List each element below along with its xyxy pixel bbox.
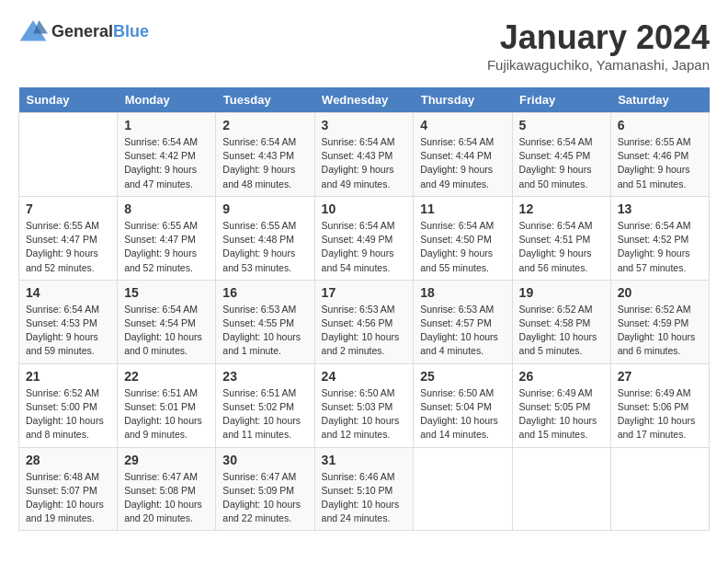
day-info: Sunrise: 6:48 AM Sunset: 5:07 PM Dayligh… <box>26 470 110 526</box>
day-info: Sunrise: 6:53 AM Sunset: 4:55 PM Dayligh… <box>222 303 307 359</box>
location-subtitle: Fujikawaguchiko, Yamanashi, Japan <box>487 57 710 73</box>
day-info: Sunrise: 6:54 AM Sunset: 4:54 PM Dayligh… <box>124 303 209 359</box>
day-info: Sunrise: 6:51 AM Sunset: 5:02 PM Dayligh… <box>222 386 307 442</box>
day-info: Sunrise: 6:50 AM Sunset: 5:03 PM Dayligh… <box>322 386 407 442</box>
day-number: 23 <box>222 369 307 384</box>
header-day-thursday: Thursday <box>414 87 512 113</box>
header-day-tuesday: Tuesday <box>216 87 314 113</box>
day-number: 30 <box>222 453 307 467</box>
header-day-wednesday: Wednesday <box>314 87 414 113</box>
calendar-cell <box>414 447 512 531</box>
logo-text-blue: Blue <box>113 22 149 40</box>
day-info: Sunrise: 6:54 AM Sunset: 4:52 PM Dayligh… <box>618 219 702 275</box>
calendar-cell: 28Sunrise: 6:48 AM Sunset: 5:07 PM Dayli… <box>19 447 118 531</box>
day-number: 24 <box>322 369 407 384</box>
calendar-week-5: 28Sunrise: 6:48 AM Sunset: 5:07 PM Dayli… <box>19 447 710 531</box>
calendar-cell: 9Sunrise: 6:55 AM Sunset: 4:48 PM Daylig… <box>216 196 314 280</box>
calendar-week-4: 21Sunrise: 6:52 AM Sunset: 5:00 PM Dayli… <box>19 363 710 447</box>
day-info: Sunrise: 6:54 AM Sunset: 4:53 PM Dayligh… <box>26 303 110 359</box>
day-info: Sunrise: 6:52 AM Sunset: 5:00 PM Dayligh… <box>26 386 110 442</box>
day-info: Sunrise: 6:47 AM Sunset: 5:08 PM Dayligh… <box>124 470 209 526</box>
header-day-sunday: Sunday <box>19 87 118 113</box>
calendar-cell: 4Sunrise: 6:54 AM Sunset: 4:44 PM Daylig… <box>414 113 512 197</box>
day-number: 22 <box>124 369 209 384</box>
day-info: Sunrise: 6:54 AM Sunset: 4:49 PM Dayligh… <box>322 219 407 275</box>
day-number: 3 <box>322 118 407 132</box>
calendar-cell: 24Sunrise: 6:50 AM Sunset: 5:03 PM Dayli… <box>314 363 414 447</box>
day-number: 6 <box>618 118 702 132</box>
day-number: 11 <box>420 201 505 216</box>
day-number: 21 <box>26 369 110 384</box>
day-info: Sunrise: 6:52 AM Sunset: 4:59 PM Dayligh… <box>618 303 702 359</box>
calendar-cell: 16Sunrise: 6:53 AM Sunset: 4:55 PM Dayli… <box>216 280 314 363</box>
day-info: Sunrise: 6:54 AM Sunset: 4:45 PM Dayligh… <box>519 135 604 191</box>
day-info: Sunrise: 6:55 AM Sunset: 4:48 PM Dayligh… <box>222 219 307 275</box>
day-number: 8 <box>124 201 209 216</box>
calendar-week-1: 1Sunrise: 6:54 AM Sunset: 4:42 PM Daylig… <box>19 113 710 197</box>
day-number: 4 <box>420 118 505 132</box>
day-info: Sunrise: 6:52 AM Sunset: 4:58 PM Dayligh… <box>519 303 604 359</box>
day-number: 31 <box>322 453 407 467</box>
header-day-saturday: Saturday <box>610 87 709 113</box>
day-number: 14 <box>26 285 110 300</box>
header-day-friday: Friday <box>512 87 610 113</box>
day-number: 27 <box>618 369 702 384</box>
day-number: 15 <box>124 285 209 300</box>
calendar-cell: 19Sunrise: 6:52 AM Sunset: 4:58 PM Dayli… <box>512 280 610 363</box>
calendar-cell: 26Sunrise: 6:49 AM Sunset: 5:05 PM Dayli… <box>512 363 610 447</box>
calendar-cell: 14Sunrise: 6:54 AM Sunset: 4:53 PM Dayli… <box>19 280 118 363</box>
day-info: Sunrise: 6:54 AM Sunset: 4:42 PM Dayligh… <box>124 135 209 191</box>
calendar-cell: 27Sunrise: 6:49 AM Sunset: 5:06 PM Dayli… <box>610 363 709 447</box>
calendar-cell: 1Sunrise: 6:54 AM Sunset: 4:42 PM Daylig… <box>118 113 216 197</box>
day-number: 12 <box>519 201 604 216</box>
calendar-week-3: 14Sunrise: 6:54 AM Sunset: 4:53 PM Dayli… <box>19 280 710 363</box>
title-block: January 2024 Fujikawaguchiko, Yamanashi,… <box>487 18 710 73</box>
day-info: Sunrise: 6:54 AM Sunset: 4:43 PM Dayligh… <box>222 135 307 191</box>
day-info: Sunrise: 6:53 AM Sunset: 4:56 PM Dayligh… <box>322 303 407 359</box>
day-info: Sunrise: 6:55 AM Sunset: 4:47 PM Dayligh… <box>26 219 110 275</box>
calendar-cell: 12Sunrise: 6:54 AM Sunset: 4:51 PM Dayli… <box>512 196 610 280</box>
day-number: 18 <box>420 285 505 300</box>
calendar-cell: 20Sunrise: 6:52 AM Sunset: 4:59 PM Dayli… <box>610 280 709 363</box>
day-info: Sunrise: 6:49 AM Sunset: 5:05 PM Dayligh… <box>519 386 604 442</box>
calendar-cell: 22Sunrise: 6:51 AM Sunset: 5:01 PM Dayli… <box>118 363 216 447</box>
calendar-cell: 10Sunrise: 6:54 AM Sunset: 4:49 PM Dayli… <box>314 196 414 280</box>
calendar-cell: 25Sunrise: 6:50 AM Sunset: 5:04 PM Dayli… <box>414 363 512 447</box>
month-title: January 2024 <box>487 18 710 57</box>
day-info: Sunrise: 6:54 AM Sunset: 4:44 PM Dayligh… <box>420 135 505 191</box>
day-number: 20 <box>618 285 702 300</box>
calendar-cell: 6Sunrise: 6:55 AM Sunset: 4:46 PM Daylig… <box>610 113 709 197</box>
logo: GeneralBlue <box>18 18 149 44</box>
calendar-header-row: SundayMondayTuesdayWednesdayThursdayFrid… <box>19 87 710 113</box>
day-info: Sunrise: 6:54 AM Sunset: 4:43 PM Dayligh… <box>322 135 407 191</box>
calendar-cell <box>610 447 709 531</box>
day-number: 10 <box>322 201 407 216</box>
day-number: 26 <box>519 369 604 384</box>
day-number: 7 <box>26 201 110 216</box>
day-info: Sunrise: 6:50 AM Sunset: 5:04 PM Dayligh… <box>420 386 505 442</box>
day-info: Sunrise: 6:51 AM Sunset: 5:01 PM Dayligh… <box>124 386 209 442</box>
calendar-cell: 23Sunrise: 6:51 AM Sunset: 5:02 PM Dayli… <box>216 363 314 447</box>
day-info: Sunrise: 6:55 AM Sunset: 4:47 PM Dayligh… <box>124 219 209 275</box>
calendar-cell: 8Sunrise: 6:55 AM Sunset: 4:47 PM Daylig… <box>118 196 216 280</box>
page-header: GeneralBlue January 2024 Fujikawaguchiko… <box>18 18 710 73</box>
logo-text-general: General <box>51 22 113 40</box>
day-number: 28 <box>26 453 110 467</box>
calendar-cell: 11Sunrise: 6:54 AM Sunset: 4:50 PM Dayli… <box>414 196 512 280</box>
day-number: 17 <box>322 285 407 300</box>
calendar-table: SundayMondayTuesdayWednesdayThursdayFrid… <box>18 87 710 531</box>
day-info: Sunrise: 6:54 AM Sunset: 4:51 PM Dayligh… <box>519 219 604 275</box>
day-number: 2 <box>222 118 307 132</box>
calendar-cell <box>19 113 118 197</box>
calendar-cell: 31Sunrise: 6:46 AM Sunset: 5:10 PM Dayli… <box>314 447 414 531</box>
day-number: 16 <box>222 285 307 300</box>
calendar-cell: 2Sunrise: 6:54 AM Sunset: 4:43 PM Daylig… <box>216 113 314 197</box>
day-number: 19 <box>519 285 604 300</box>
calendar-cell: 21Sunrise: 6:52 AM Sunset: 5:00 PM Dayli… <box>19 363 118 447</box>
day-info: Sunrise: 6:49 AM Sunset: 5:06 PM Dayligh… <box>618 386 702 442</box>
day-number: 29 <box>124 453 209 467</box>
day-number: 1 <box>124 118 209 132</box>
day-info: Sunrise: 6:55 AM Sunset: 4:46 PM Dayligh… <box>618 135 702 191</box>
calendar-week-2: 7Sunrise: 6:55 AM Sunset: 4:47 PM Daylig… <box>19 196 710 280</box>
day-number: 9 <box>222 201 307 216</box>
